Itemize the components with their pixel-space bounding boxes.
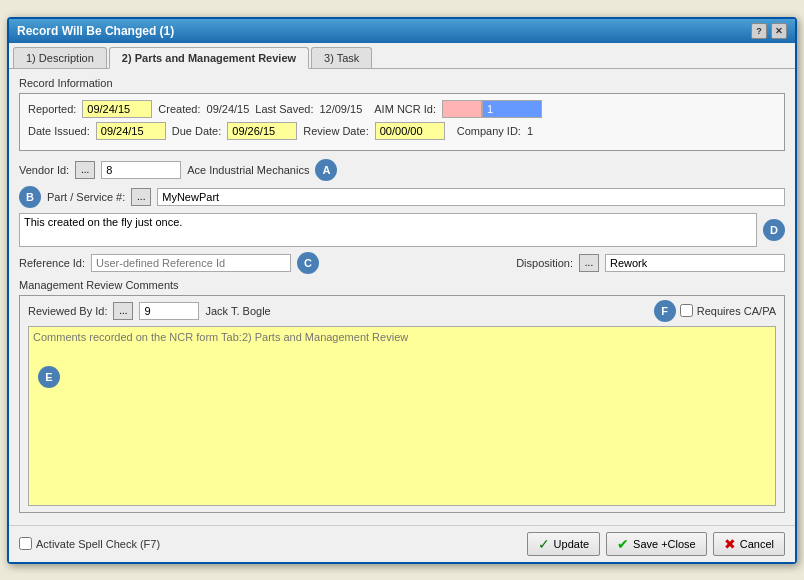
mgmt-review-section: Reviewed By Id: ... Jack T. Bogle F Requ… bbox=[19, 295, 785, 513]
comments-textarea[interactable] bbox=[28, 326, 776, 506]
tabs-bar: 1) Description 2) Parts and Management R… bbox=[9, 43, 795, 69]
vendor-label: Vendor Id: bbox=[19, 164, 69, 176]
vendor-browse-btn[interactable]: ... bbox=[75, 161, 95, 179]
comments-container: E bbox=[28, 326, 776, 508]
requires-ca-area: F Requires CA/PA bbox=[654, 300, 776, 322]
last-saved-label: Last Saved: bbox=[255, 103, 313, 115]
reviewed-browse-btn[interactable]: ... bbox=[113, 302, 133, 320]
disposition-label: Disposition: bbox=[516, 257, 573, 269]
disposition-input[interactable] bbox=[605, 254, 785, 272]
main-content: Record Information Reported: Created: 09… bbox=[9, 69, 795, 521]
requires-ca-label: Requires CA/PA bbox=[697, 305, 776, 317]
tab-description[interactable]: 1) Description bbox=[13, 47, 107, 68]
tab-parts[interactable]: 2) Parts and Management Review bbox=[109, 47, 309, 69]
cancel-icon: ✖ bbox=[724, 536, 736, 552]
description-badge-d: D bbox=[763, 219, 785, 241]
vendor-badge: A bbox=[315, 159, 337, 181]
created-value: 09/24/15 bbox=[207, 103, 250, 115]
company-id-label: Company ID: bbox=[457, 125, 521, 137]
close-button[interactable]: ✕ bbox=[771, 23, 787, 39]
cancel-label: Cancel bbox=[740, 538, 774, 550]
update-label: Update bbox=[554, 538, 589, 550]
spell-check-area: Activate Spell Check (F7) bbox=[19, 537, 160, 550]
part-service-row: B Part / Service #: ... bbox=[19, 186, 785, 208]
update-button[interactable]: ✓ Update bbox=[527, 532, 600, 556]
date-issued-label: Date Issued: bbox=[28, 125, 90, 137]
ref-disp-row: Reference Id: C Disposition: ... bbox=[19, 252, 785, 274]
spell-check-checkbox[interactable] bbox=[19, 537, 32, 550]
part-browse-btn[interactable]: ... bbox=[131, 188, 151, 206]
review-date-label: Review Date: bbox=[303, 125, 368, 137]
save-close-label: Save +Close bbox=[633, 538, 696, 550]
titlebar-buttons: ? ✕ bbox=[751, 23, 787, 39]
reviewer-id-input[interactable] bbox=[139, 302, 199, 320]
aim-ncr-value[interactable]: 1 bbox=[482, 100, 542, 118]
update-check-icon: ✓ bbox=[538, 536, 550, 552]
action-buttons: ✓ Update ✔ Save +Close ✖ Cancel bbox=[527, 532, 785, 556]
date-issued-input[interactable] bbox=[96, 122, 166, 140]
reference-input[interactable] bbox=[91, 254, 291, 272]
review-date-input[interactable] bbox=[375, 122, 445, 140]
record-info-label: Record Information bbox=[19, 77, 785, 89]
description-row: D bbox=[19, 213, 785, 247]
cancel-button[interactable]: ✖ Cancel bbox=[713, 532, 785, 556]
save-close-button[interactable]: ✔ Save +Close bbox=[606, 532, 707, 556]
reviewed-row: Reviewed By Id: ... Jack T. Bogle F Requ… bbox=[28, 300, 776, 322]
mgmt-badge-f: F bbox=[654, 300, 676, 322]
due-date-input[interactable] bbox=[227, 122, 297, 140]
disposition-browse-btn[interactable]: ... bbox=[579, 254, 599, 272]
reviewed-by-label: Reviewed By Id: bbox=[28, 305, 107, 317]
requires-ca-checkbox[interactable] bbox=[680, 304, 693, 317]
record-info-box: Reported: Created: 09/24/15 Last Saved: … bbox=[19, 93, 785, 151]
mgmt-review-label: Management Review Comments bbox=[19, 279, 785, 291]
record-row-1: Reported: Created: 09/24/15 Last Saved: … bbox=[28, 100, 776, 118]
help-button[interactable]: ? bbox=[751, 23, 767, 39]
spell-check-label: Activate Spell Check (F7) bbox=[36, 538, 160, 550]
created-label: Created: bbox=[158, 103, 200, 115]
last-saved-value: 12/09/15 bbox=[319, 103, 362, 115]
company-id-value: 1 bbox=[527, 125, 533, 137]
main-window: Record Will Be Changed (1) ? ✕ 1) Descri… bbox=[7, 17, 797, 564]
titlebar: Record Will Be Changed (1) ? ✕ bbox=[9, 19, 795, 43]
due-date-label: Due Date: bbox=[172, 125, 222, 137]
save-close-icon: ✔ bbox=[617, 536, 629, 552]
description-textarea[interactable] bbox=[19, 213, 757, 247]
aim-ncr-label: AIM NCR Id: bbox=[374, 103, 436, 115]
vendor-name: Ace Industrial Mechanics bbox=[187, 164, 309, 176]
comments-badge-e: E bbox=[38, 366, 60, 388]
reported-label: Reported: bbox=[28, 103, 76, 115]
tab-task[interactable]: 3) Task bbox=[311, 47, 372, 68]
window-title: Record Will Be Changed (1) bbox=[17, 24, 174, 38]
part-service-label: Part / Service #: bbox=[47, 191, 125, 203]
reported-input[interactable] bbox=[82, 100, 152, 118]
record-row-2: Date Issued: Due Date: Review Date: Comp… bbox=[28, 122, 776, 140]
vendor-row: Vendor Id: ... Ace Industrial Mechanics … bbox=[19, 159, 785, 181]
reviewer-name: Jack T. Bogle bbox=[205, 305, 270, 317]
part-badge-b: B bbox=[19, 186, 41, 208]
reference-badge-c: C bbox=[297, 252, 319, 274]
reference-label: Reference Id: bbox=[19, 257, 85, 269]
part-service-input[interactable] bbox=[157, 188, 785, 206]
vendor-id-input[interactable] bbox=[101, 161, 181, 179]
bottom-bar: Activate Spell Check (F7) ✓ Update ✔ Sav… bbox=[9, 525, 795, 562]
